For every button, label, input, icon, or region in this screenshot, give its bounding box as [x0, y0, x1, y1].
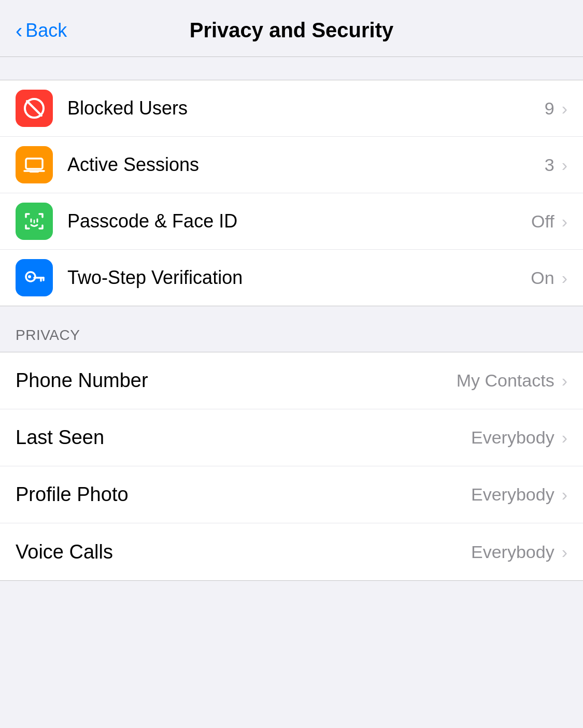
svg-rect-2 [26, 159, 42, 169]
privacy-settings-group: Phone Number My Contacts › Last Seen Eve… [0, 352, 583, 581]
face-id-icon [23, 210, 46, 233]
blocked-users-icon [16, 90, 53, 127]
active-sessions-chevron-icon: › [562, 155, 567, 175]
phone-number-chevron-icon: › [562, 370, 567, 391]
last-seen-value: Everybody [471, 427, 554, 448]
laptop-icon [23, 153, 46, 176]
active-sessions-label: Active Sessions [67, 154, 545, 176]
blocked-users-row[interactable]: Blocked Users 9 › [0, 80, 583, 137]
back-label: Back [25, 20, 67, 41]
two-step-verification-chevron-icon: › [562, 268, 567, 288]
blocked-users-value: 9 [545, 98, 554, 119]
profile-photo-label: Profile Photo [16, 483, 471, 506]
profile-photo-chevron-icon: › [562, 484, 567, 505]
passcode-face-id-value: Off [531, 211, 554, 232]
svg-rect-4 [30, 171, 39, 173]
passcode-face-id-row[interactable]: Passcode & Face ID Off › [0, 193, 583, 250]
last-seen-row[interactable]: Last Seen Everybody › [0, 409, 583, 466]
profile-photo-row[interactable]: Profile Photo Everybody › [0, 466, 583, 523]
two-step-verification-row[interactable]: Two-Step Verification On › [0, 250, 583, 306]
phone-number-label: Phone Number [16, 369, 457, 392]
last-seen-chevron-icon: › [562, 427, 567, 448]
voice-calls-label: Voice Calls [16, 541, 471, 563]
security-settings-group: Blocked Users 9 › Active Sessions 3 › [0, 80, 583, 306]
key-icon [23, 266, 46, 289]
blocked-users-label: Blocked Users [67, 97, 545, 119]
two-step-icon [16, 259, 53, 296]
privacy-section-label: PRIVACY [16, 327, 80, 343]
svg-point-12 [28, 275, 31, 278]
profile-photo-value: Everybody [471, 484, 554, 505]
back-chevron-icon: ‹ [16, 20, 22, 41]
page-header: ‹ Back Privacy and Security [0, 0, 583, 57]
passcode-face-id-label: Passcode & Face ID [67, 210, 531, 232]
top-gap [0, 57, 583, 80]
privacy-section-header: PRIVACY [0, 306, 583, 352]
svg-line-1 [27, 101, 41, 116]
passcode-face-id-chevron-icon: › [562, 211, 567, 232]
active-sessions-value: 3 [545, 155, 554, 175]
active-sessions-row[interactable]: Active Sessions 3 › [0, 137, 583, 193]
page-title: Privacy and Security [190, 19, 394, 42]
passcode-icon [16, 203, 53, 240]
voice-calls-value: Everybody [471, 542, 554, 562]
two-step-verification-value: On [531, 268, 554, 288]
voice-calls-chevron-icon: › [562, 542, 567, 562]
active-sessions-icon [16, 146, 53, 183]
phone-number-row[interactable]: Phone Number My Contacts › [0, 352, 583, 409]
last-seen-label: Last Seen [16, 426, 471, 449]
two-step-verification-label: Two-Step Verification [67, 267, 531, 289]
voice-calls-row[interactable]: Voice Calls Everybody › [0, 523, 583, 580]
back-button[interactable]: ‹ Back [16, 20, 67, 41]
phone-number-value: My Contacts [457, 370, 554, 391]
blocked-users-chevron-icon: › [562, 98, 567, 119]
block-icon [23, 97, 46, 120]
